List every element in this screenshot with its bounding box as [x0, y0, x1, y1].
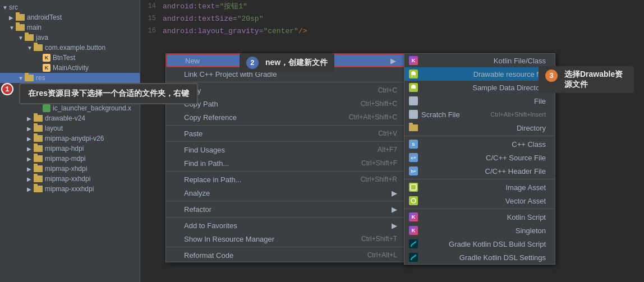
singleton-icon: K: [409, 226, 418, 235]
ctx-item-reformat[interactable]: Reformat Code Ctrl+Alt+L: [166, 248, 406, 262]
tree-item-mipmap-mdpi[interactable]: ▶ mipmap-mdpi: [0, 154, 140, 164]
file-tree: ▼ src ▶ androidTest ▼ main ▼ java ▼ com.…: [0, 0, 140, 282]
ctx-item-analyze[interactable]: Analyze ▶: [166, 186, 406, 200]
expand-arrow: ▶: [36, 55, 43, 61]
ctx-item-favorites[interactable]: Add to Favorites ▶: [166, 219, 406, 232]
ctx-item-show-resource[interactable]: Show In Resource Manager Ctrl+Shift+T: [166, 232, 406, 246]
file-icon: K: [43, 64, 50, 72]
line-number: 15: [140, 15, 163, 22]
tree-item-main[interactable]: ▼ main: [0, 22, 140, 33]
separator: [166, 201, 406, 201]
find-path-icon: [171, 158, 182, 169]
ctx-item-copy[interactable]: Copy Ctrl+C: [166, 84, 406, 97]
shortcut: Ctrl+Shift+F: [361, 159, 397, 167]
scratch-icon: [409, 110, 418, 119]
tree-label: mipmap-xhdpi: [45, 165, 87, 173]
submenu-label: C++ Class: [512, 140, 546, 149]
ctx-item-find-usages[interactable]: Find Usages Alt+F7: [166, 143, 406, 156]
code-text: android:text="按钮1": [163, 1, 247, 11]
tree-item-java[interactable]: ▼ java: [0, 33, 140, 43]
separator: [166, 82, 406, 82]
cpp-source-icon: c+: [409, 153, 418, 162]
submenu-item-kotlin-class[interactable]: K Kotlin File/Class: [404, 54, 555, 67]
submenu-item-cpp-class[interactable]: S C++ Class: [404, 137, 555, 151]
tooltip-1-container: 1 在res资源目录下选择一个合适的文件夹，右键: [1, 83, 198, 104]
tree-label: src: [9, 3, 18, 11]
tree-label: layout: [45, 124, 63, 132]
submenu-item-file[interactable]: File: [404, 94, 555, 108]
folder-icon: [16, 24, 25, 31]
shortcut: Ctrl+Alt+L: [367, 251, 397, 259]
editor-content: 14 android:text="按钮1" 15 android:textSiz…: [140, 0, 644, 37]
submenu-item-cpp-source[interactable]: c+ C/C++ Source File: [404, 151, 555, 164]
folder-icon: [34, 165, 43, 172]
tree-item-androidtest[interactable]: ▶ androidTest: [0, 12, 140, 22]
separator: [166, 217, 406, 218]
tree-item-res[interactable]: ▼ res: [0, 73, 140, 83]
separator: [166, 125, 406, 126]
submenu-item-scratch[interactable]: Scratch File Ctrl+Alt+Shift+Insert: [404, 108, 555, 121]
ctx-label: Copy Reference: [184, 113, 349, 122]
tree-item-src[interactable]: ▼ src: [0, 2, 140, 12]
submenu-item-image-asset[interactable]: Image Asset: [404, 181, 555, 194]
tree-item-mipmap-hdpi[interactable]: ▶ mipmap-hdpi: [0, 144, 140, 154]
ctx-label: Reformat Code: [184, 251, 367, 260]
submenu-item-gradle-build[interactable]: Gradle Kotlin DSL Build Script: [404, 237, 555, 251]
badge-2: 2: [246, 57, 259, 69]
tree-label: drawable-v24: [45, 114, 85, 122]
submenu-label: Vector Asset: [505, 197, 546, 205]
expand-arrow: ▶: [9, 15, 16, 21]
expand-arrow: ▼: [27, 45, 34, 51]
submenu-item-drawable[interactable]: Drawable resource file: [404, 67, 555, 81]
shortcut: Ctrl+Alt+Shift+C: [349, 113, 397, 121]
submenu-item-cpp-header[interactable]: h+ C/C++ Header File: [404, 164, 555, 178]
tree-label: ic_launcher_background.x: [53, 104, 131, 112]
ctx-label: Find in Path...: [184, 159, 361, 168]
folder-icon: [34, 115, 43, 122]
tree-label: mipmap-mdpi: [45, 155, 86, 163]
tree-item-mipmap-xxxhdpi[interactable]: ▶ mipmap-xxxhdpi: [0, 184, 140, 194]
submenu-item-kotlin-script[interactable]: K Kotlin Script: [404, 210, 555, 224]
expand-arrow: ▶: [27, 166, 34, 172]
folder-icon: [34, 175, 43, 182]
submenu-item-directory[interactable]: Directory: [404, 121, 555, 135]
submenu-item-gradle-settings[interactable]: Gradle Kotlin DSL Settings: [404, 251, 555, 264]
folder-icon: [34, 145, 43, 152]
ctx-label: Copy: [184, 86, 378, 95]
resource-icon: [171, 233, 182, 244]
tree-item-mipmap-xxhdpi[interactable]: ▶ mipmap-xxhdpi: [0, 174, 140, 184]
cpp-class-icon: S: [409, 140, 418, 149]
tree-item-layout[interactable]: ▶ layout: [0, 123, 140, 133]
ctx-item-paste[interactable]: Paste Ctrl+V: [166, 127, 406, 140]
ctx-item-copy-ref[interactable]: Copy Reference Ctrl+Alt+Shift+C: [166, 110, 406, 124]
folder-icon: [34, 125, 43, 132]
submenu-label: Kotlin Script: [507, 213, 546, 221]
ctx-item-find-in-path[interactable]: Find in Path... Ctrl+Shift+F: [166, 156, 406, 170]
ctx-item-refactor[interactable]: Refactor ▶: [166, 202, 406, 216]
ctx-label: Add to Favorites: [184, 221, 387, 230]
ctx-item-replace[interactable]: Replace in Path... Ctrl+Shift+R: [166, 173, 406, 186]
submenu-label: Scratch File: [421, 110, 490, 119]
tree-item-mainactivity[interactable]: ▶ K MainActivity: [0, 63, 140, 73]
tree-item-ic-launcher[interactable]: ▶ ic_launcher_background.x: [0, 103, 140, 113]
tree-item-mipmap-xhdpi[interactable]: ▶ mipmap-xhdpi: [0, 164, 140, 174]
submenu-item-singleton[interactable]: K Singleton: [404, 224, 555, 237]
submenu-item-sample-data[interactable]: Sample Data Directory: [404, 81, 555, 94]
folder-icon: [34, 44, 43, 51]
tree-item-mipmap-any[interactable]: ▶ mipmap-anydpi-v26: [0, 133, 140, 144]
folder-icon: [34, 155, 43, 162]
vector-asset-icon: [409, 196, 418, 205]
tree-item-drawable-v24[interactable]: ▶ drawable-v24: [0, 113, 140, 123]
folder-icon: [25, 75, 34, 81]
submenu-item-vector-asset[interactable]: Vector Asset: [404, 194, 555, 207]
folder-icon: [34, 135, 43, 142]
tree-label: com.example.button: [45, 44, 105, 52]
ctx-item-copy-path[interactable]: Copy Path Ctrl+Shift+C: [166, 97, 406, 110]
tree-item-btntest[interactable]: ▶ K BtnTest: [0, 53, 140, 63]
shortcut: Ctrl+C: [378, 86, 397, 94]
refactor-icon: [171, 204, 182, 215]
image-asset-icon: [409, 183, 418, 192]
submenu-arrow: ▶: [392, 221, 397, 230]
tree-item-package[interactable]: ▼ com.example.button: [0, 43, 140, 53]
ctx-label: Replace in Path...: [184, 175, 361, 184]
